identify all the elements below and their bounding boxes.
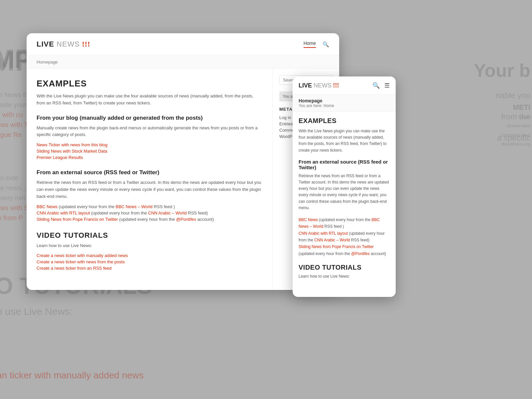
rss-desc-3b: account) (197, 217, 214, 222)
logo-news: NEWS (54, 40, 80, 48)
section-rss-desc: Retrieve the news from an RSS feed or fr… (37, 179, 262, 200)
mobile-link-cnn-world[interactable]: CNN Arabic – World (314, 238, 350, 242)
bg-right-2: METILog inEntries feedComments feedWordP… (500, 103, 530, 148)
mobile-window: LIVE NEWS !!! 🔍 ☰ Homepage You are here:… (293, 76, 396, 297)
rss-desc-2b: RSS feed) (188, 210, 208, 215)
rss-item-1: BBC News (updated every hour from the BB… (37, 204, 262, 209)
main-content: EXAMPLES With the Live News plugin you c… (27, 68, 273, 290)
video-links: Create a news ticker with manually added… (37, 253, 262, 271)
desktop-window: LIVE NEWS !!! Home 🔍 Homepage EXAMPLES W… (27, 33, 339, 290)
mobile-page-title: EXAMPLES (299, 117, 390, 125)
page-title: EXAMPLES (37, 78, 262, 89)
section-blog-links: News Ticker with news from this blog Sli… (37, 142, 262, 160)
link-video-3[interactable]: Create a news ticker from an RSS feed (37, 266, 262, 271)
mobile-header: LIVE NEWS !!! 🔍 ☰ (293, 76, 396, 95)
mobile-logo: LIVE NEWS !!! (299, 82, 339, 89)
link-bbc-news[interactable]: BBC News (37, 204, 58, 209)
mobile-link-bbc[interactable]: BBC News (299, 217, 318, 222)
mobile-link-pope[interactable]: Sliding News from Pope Francis on Twitte… (299, 244, 374, 249)
bg-text-3: un extehe news....every minews with Sw f… (0, 173, 29, 223)
page-intro: With the Live News plugin you can make u… (37, 93, 262, 107)
bg-text-6: an ticker with manually added news (0, 370, 144, 381)
rss-desc-3: (updated every hour from the (119, 217, 176, 222)
section-blog-desc: Manually create news from the plugin bac… (37, 125, 262, 139)
rss-desc-1: (updated every hour from the (59, 204, 115, 209)
link-bbc-world[interactable]: BBC News – World (116, 204, 153, 209)
link-cnn-world[interactable]: CNN Arabic – World (148, 210, 187, 215)
site-header: LIVE NEWS !!! Home 🔍 (27, 33, 339, 56)
section-video: VIDEO TUTORIALS Learn how to use Live Ne… (37, 231, 262, 271)
link-video-2[interactable]: Create a news ticker with news from the … (37, 259, 262, 264)
logo-live: LIVE (37, 40, 54, 48)
mobile-nav-icons: 🔍 ☰ (372, 82, 390, 89)
mobile-breadcrumb: Homepage You are here: Home (293, 95, 396, 112)
mobile-rss-2: CNN Arabic with RTL layout (updated ever… (299, 230, 390, 244)
bg-text-5: o use Live News: (0, 306, 72, 317)
mobile-breadcrumb-sub: You are here: Home (299, 103, 390, 108)
mobile-rss-2-after: RSS feed) (351, 238, 369, 242)
site-logo: LIVE NEWS !!! (37, 40, 90, 49)
link-pontifex[interactable]: @Pontifex (176, 217, 196, 222)
mobile-content: EXAMPLES With the Live News plugin you c… (293, 112, 396, 290)
layout-container: EXAMPLES With the Live News plugin you c… (27, 68, 339, 290)
link-video-1[interactable]: Create a news ticker with manually added… (37, 253, 262, 258)
link-pope-francis[interactable]: Sliding News from Pope Francis on Twitte… (37, 217, 118, 222)
rss-item-2: CNN Arabic with RTL layout (updated ever… (37, 210, 262, 215)
mobile-video-title: VIDEO TUTORIALS (299, 264, 390, 271)
section-rss-links: BBC News (updated every hour from the BB… (37, 204, 262, 222)
mobile-logo-live: LIVE (299, 82, 312, 89)
video-title: VIDEO TUTORIALS (37, 231, 262, 240)
mobile-search-icon[interactable]: 🔍 (372, 82, 380, 89)
breadcrumb-bar: Homepage (27, 56, 339, 68)
breadcrumb: Homepage (37, 60, 58, 65)
mobile-link-cnn[interactable]: CNN Arabic with RTL layout (299, 231, 348, 236)
link-stock-market[interactable]: Sliding News with Stock Market Data (37, 149, 262, 154)
logo-exclaim: !!! (80, 40, 90, 48)
mobile-video-desc: Learn how to use Live News: (299, 273, 390, 280)
section-rss-heading: From an external source (RSS feed or Twi… (37, 169, 262, 176)
section-blog-heading: From your blog (manually added or genera… (37, 115, 262, 121)
section-blog: From your blog (manually added or genera… (37, 115, 262, 160)
link-cnn-arabic[interactable]: CNN Arabic with RTL layout (37, 210, 90, 215)
mobile-rss-1: BBC News (updated every hour from the BB… (299, 216, 390, 230)
section-rss: From an external source (RSS feed or Twi… (37, 169, 262, 221)
rss-item-3: Sliding News from Pope Francis on Twitte… (37, 217, 262, 222)
mobile-rss-3-after: account) (371, 251, 386, 256)
link-news-ticker[interactable]: News Ticker with news from this blog (37, 142, 262, 147)
mobile-rss-3: Sliding News from Pope Francis on Twitte… (299, 243, 390, 257)
mobile-rss-items: BBC News (updated every hour from the BB… (299, 216, 390, 257)
mobile-rss-3-desc: (updated every hour from the (299, 251, 351, 256)
main-layout: EXAMPLES With the Live News plugin you c… (27, 68, 339, 290)
bg-right-1: Your bnable youfrom thea specific (474, 60, 532, 145)
video-desc: Learn how to use Live News: (37, 242, 262, 249)
mobile-link-pontifex[interactable]: @Pontifex (351, 251, 370, 256)
search-icon[interactable]: 🔍 (323, 41, 329, 48)
mobile-rss-1-desc: (updated every hour from the (319, 217, 371, 222)
mobile-logo-news: NEWS (312, 82, 332, 89)
mobile-logo-exclaim: !!! (332, 82, 339, 89)
mobile-rss-1-after: RSS feed ) (325, 224, 344, 229)
rss-desc-2: (updated every hour from the (91, 210, 148, 215)
mobile-section-desc: Retrieve the news from an RSS feed or fr… (299, 173, 390, 211)
rss-desc-1b: RSS feed ) (154, 204, 175, 209)
mobile-breadcrumb-title: Homepage (299, 98, 390, 103)
mobile-menu-icon[interactable]: ☰ (384, 82, 390, 89)
mobile-intro: With the Live News plugin you can make u… (299, 128, 390, 154)
mobile-section-heading: From an external source (RSS feed or Twi… (299, 159, 390, 170)
nav-home[interactable]: Home (304, 41, 316, 48)
link-premier-league[interactable]: Premier League Results (37, 155, 262, 160)
site-nav: Home 🔍 (304, 41, 329, 48)
